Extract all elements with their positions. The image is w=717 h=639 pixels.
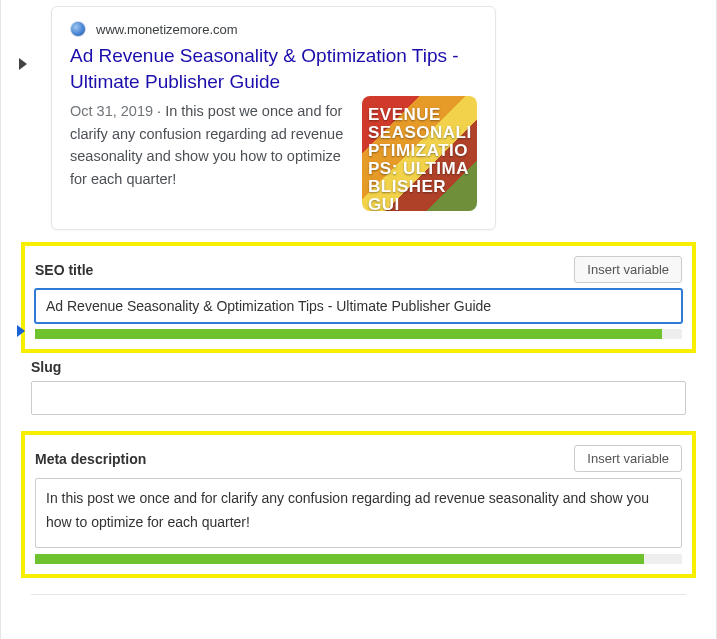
divider	[31, 594, 686, 595]
serp-domain: www.monetizemore.com	[96, 22, 238, 37]
serp-description[interactable]: Oct 31, 2019 · In this post we once and …	[70, 100, 348, 190]
slug-input[interactable]	[31, 381, 686, 415]
serp-title[interactable]: Ad Revenue Seasonality & Optimization Ti…	[70, 43, 477, 94]
slug-label: Slug	[31, 359, 686, 375]
yoast-seo-panel: www.monetizemore.com Ad Revenue Seasonal…	[0, 0, 717, 639]
seo-title-section: SEO title Insert variable	[31, 252, 686, 343]
meta-description-insert-variable-button[interactable]: Insert variable	[574, 445, 682, 472]
serp-thumbnail: EVENUE SEASONALI PTIMIZATIO PS: ULTIMA B…	[362, 96, 477, 211]
meta-description-progress	[35, 554, 682, 564]
seo-title-label: SEO title	[35, 262, 93, 278]
favicon-globe-icon	[70, 21, 86, 37]
seo-title-progress	[35, 329, 682, 339]
field-caret-icon[interactable]	[17, 325, 25, 337]
meta-description-input[interactable]: In this post we once and for clarify any…	[35, 478, 682, 548]
meta-description-label: Meta description	[35, 451, 146, 467]
meta-description-section: Meta description Insert variable In this…	[31, 441, 686, 568]
serp-site-row: www.monetizemore.com	[70, 21, 477, 37]
slug-section: Slug	[31, 359, 686, 415]
serp-separator: ·	[153, 103, 165, 119]
serp-preview-card: www.monetizemore.com Ad Revenue Seasonal…	[51, 6, 496, 230]
serp-date: Oct 31, 2019	[70, 103, 153, 119]
seo-title-insert-variable-button[interactable]: Insert variable	[574, 256, 682, 283]
seo-title-input[interactable]	[35, 289, 682, 323]
thumb-overlay-text: EVENUE SEASONALI PTIMIZATIO PS: ULTIMA B…	[362, 96, 477, 211]
serp-body: Oct 31, 2019 · In this post we once and …	[70, 100, 477, 211]
collapse-caret-icon[interactable]	[19, 58, 27, 70]
